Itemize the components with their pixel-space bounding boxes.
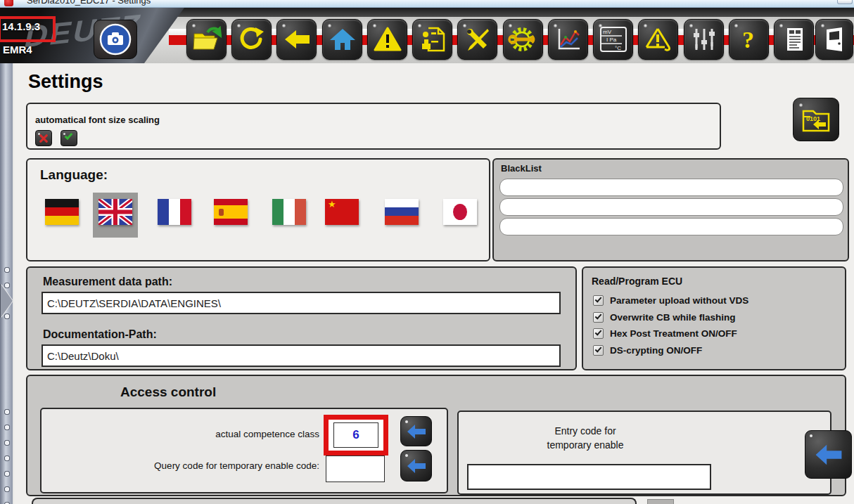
error-warning-icon <box>644 25 673 53</box>
french-flag[interactable] <box>158 199 191 225</box>
measured-values-button[interactable]: mV I Pa °C <box>593 19 633 60</box>
japanese-flag[interactable] <box>443 199 477 225</box>
ecu-option-vds[interactable]: Parameter upload without VDS <box>593 294 748 306</box>
exit-button[interactable] <box>815 19 853 60</box>
query-code-input[interactable] <box>326 455 385 482</box>
home-icon <box>329 25 357 53</box>
app-icon <box>4 0 13 6</box>
access-control-title: Access control <box>120 385 216 400</box>
load-code-folder-button[interactable]: 0101 <box>793 98 839 141</box>
query-code-label: Query code for temporary enable code: <box>42 460 319 471</box>
ecu-option-overwrite-cb[interactable]: Overwrite CB while flashing <box>593 311 736 323</box>
rail-rivets-bottom <box>3 406 11 504</box>
measurement-path-input[interactable] <box>42 292 561 314</box>
competence-highlight-box: 6 <box>324 415 388 455</box>
back-arrow-icon <box>283 25 311 53</box>
russian-flag[interactable] <box>385 199 419 225</box>
svg-text:I Pa: I Pa <box>606 37 617 43</box>
tools-icon <box>464 25 492 53</box>
parameter-sliders-icon <box>690 25 718 53</box>
language-label: Language: <box>40 167 108 183</box>
entry-code-label-line1: Entry code for <box>554 425 616 437</box>
italian-flag[interactable] <box>272 199 306 225</box>
camera-icon <box>99 23 132 56</box>
blacklist-title: BlackList <box>501 163 542 174</box>
paths-panel: Measurement data path: Documentation-Pat… <box>26 266 577 370</box>
parameters-button[interactable] <box>684 19 724 60</box>
blacklist-entry-2[interactable] <box>499 198 843 216</box>
competence-class-value[interactable]: 6 <box>333 422 378 448</box>
checkbox-checked-icon <box>593 328 604 339</box>
measurement-path-label: Measurement data path: <box>43 276 172 288</box>
ecu-option-hex-post[interactable]: Hex Post Treatment ON/OFF <box>593 327 737 340</box>
next-section-edge <box>32 498 637 504</box>
window-title: SerDia2010_EDC17 - Settings <box>27 0 151 6</box>
documentation-path-input[interactable] <box>42 344 561 367</box>
open-folder-button[interactable] <box>186 19 227 60</box>
tools-button[interactable] <box>457 19 497 60</box>
competence-class-label: actual competence class <box>42 429 319 439</box>
spanish-flag[interactable] <box>214 199 248 225</box>
entry-code-box: Entry code for temporary enable <box>457 411 831 495</box>
read-program-ecu-panel: Read/Program ECU Parameter upload withou… <box>582 266 846 370</box>
service-gear-icon <box>508 25 539 53</box>
blacklist-entry-3[interactable] <box>499 218 843 235</box>
window-controls[interactable] <box>837 0 853 4</box>
blue-left-arrow-icon <box>813 443 844 467</box>
svg-text:mV: mV <box>603 29 612 35</box>
german-flag[interactable] <box>45 199 79 225</box>
ecu-option-label: Overwrite CB while flashing <box>610 312 736 323</box>
panel-expand-handle[interactable] <box>1 284 13 318</box>
print-report-icon <box>780 25 808 53</box>
ecu-option-ds-crypting[interactable]: DS-crypting ON/OFF <box>593 344 702 356</box>
refresh-button[interactable] <box>231 19 272 60</box>
svg-text:°C: °C <box>615 45 621 51</box>
window-titlebar: SerDia2010_EDC17 - Settings <box>0 0 854 8</box>
help-icon: ? <box>735 25 763 53</box>
font-scaling-decline-button[interactable] <box>35 130 52 146</box>
font-scaling-label: automatical font size scaling <box>35 115 160 125</box>
measured-values-icon: mV I Pa °C <box>598 25 629 54</box>
font-scaling-accept-button[interactable] <box>60 130 77 146</box>
access-control-panel: Access control actual competence class 6… <box>26 375 846 496</box>
warning-button[interactable] <box>367 19 407 60</box>
green-check-icon <box>65 131 73 140</box>
blue-left-arrow-icon <box>406 458 427 474</box>
ecu-type-label: EMR4 <box>3 44 32 56</box>
warning-triangle-icon <box>374 25 402 53</box>
british-flag[interactable] <box>98 199 132 225</box>
read-program-ecu-title: Read/Program ECU <box>592 276 682 287</box>
entry-code-input[interactable] <box>467 464 711 490</box>
blacklist-panel: BlackList <box>492 158 849 261</box>
checkbox-checked-icon <box>593 345 604 356</box>
blacklist-entry-1[interactable] <box>499 179 843 196</box>
ecu-option-label: Parameter upload without VDS <box>610 295 748 306</box>
print-report-button[interactable] <box>774 19 814 60</box>
entry-code-submit-button[interactable] <box>805 430 852 479</box>
query-code-submit-button[interactable] <box>400 450 432 482</box>
error-warning-button[interactable] <box>638 19 678 60</box>
competence-submit-button[interactable] <box>400 416 432 446</box>
next-section-stub <box>647 499 674 504</box>
code-folder-icon: 0101 <box>799 104 833 135</box>
help-button[interactable]: ? <box>729 19 769 60</box>
screenshot-button[interactable] <box>94 20 137 59</box>
open-folder-icon <box>192 25 222 53</box>
entry-code-label: Entry code for temporary enable <box>480 424 691 452</box>
home-button[interactable] <box>322 19 362 60</box>
graph-button[interactable] <box>548 19 588 60</box>
language-panel: Language: <box>26 158 490 261</box>
font-scaling-panel: automatical font size scaling <box>26 103 721 150</box>
ecu-option-label: Hex Post Treatment ON/OFF <box>610 328 737 339</box>
service-settings-button[interactable] <box>503 19 543 60</box>
chinese-flag[interactable] <box>325 199 359 225</box>
back-button[interactable] <box>276 19 317 60</box>
svg-text:?: ? <box>742 27 754 53</box>
checkbox-checked-icon <box>593 295 604 306</box>
version-label: 14.1.9.3 <box>2 20 40 32</box>
documentation-path-label: Documentation-Path: <box>43 328 157 341</box>
checkbox-checked-icon <box>593 312 604 323</box>
flash-file-button[interactable] <box>412 19 452 60</box>
ecu-option-label: DS-crypting ON/OFF <box>610 345 702 356</box>
exit-door-icon <box>821 25 848 53</box>
